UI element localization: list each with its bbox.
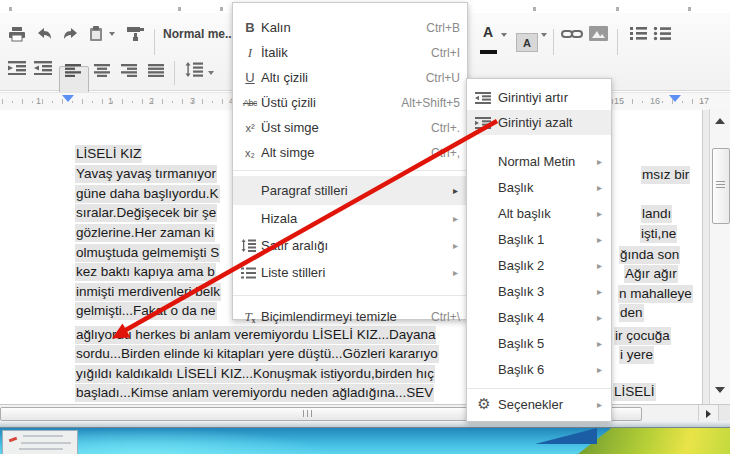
ruler-tick [62,99,63,104]
menubar-text-fragment [688,7,691,11]
redo-button[interactable] [60,23,80,45]
menu-item-align[interactable]: Hizala▸ [233,205,467,232]
submenu-arrow-icon: ▸ [453,267,458,278]
submenu-item-normal-text[interactable]: Normal Metin▸ [467,148,611,174]
ruler-tick [2,99,3,104]
line-spacing-button[interactable] [183,58,205,80]
background-window-content [9,437,18,443]
styles-dropdown[interactable]: Normal me... [163,27,235,41]
vertical-scrollbar[interactable] [709,109,730,405]
menu-separator [233,170,467,171]
print-button[interactable] [6,23,28,45]
scroll-right-arrow[interactable] [698,405,718,422]
justify-button[interactable] [147,59,165,81]
doc-line: gözlerine.Her zaman ki [75,225,215,240]
undo-button[interactable] [34,23,54,45]
list-styles-icon [241,267,259,279]
bulleted-list-button[interactable] [651,22,673,44]
numbered-list-button[interactable] [627,22,649,44]
ruler-tick [42,99,43,104]
thumb-grip [716,184,725,185]
submenu-arrow-icon: ▸ [597,208,602,219]
background-window-content [21,442,71,444]
menu-item-strikethrough[interactable]: Abc Üstü çiziliAlt+Shift+5 [233,90,467,115]
text-color-button[interactable]: A [478,21,498,43]
web-clipboard-button[interactable] [86,22,106,44]
menu-item-subscript[interactable]: x₂ Alt simgeCtrl+, [233,140,467,165]
thumb-grip [303,410,304,417]
increase-indent-button[interactable] [32,57,54,79]
decrease-indent-button[interactable] [6,57,28,79]
thumb-grip [716,181,725,182]
doc-line-fragment: işti,ne [640,226,677,241]
superscript-icon: x² [241,122,259,134]
doc-line: kez baktı kapıya ama b [75,264,216,279]
menu-item-list-styles[interactable]: Liste stilleri▸ [233,259,467,286]
horizontal-scrollbar[interactable] [0,404,730,422]
increase-indent-icon [475,92,493,104]
menu-item-clear-formatting[interactable]: Tx Biçimlendirmeyi temizleCtrl+\ [233,304,467,329]
submenu-item-heading-6[interactable]: Başlık 6▸ [467,356,611,382]
doc-line: Yavaş yavaş tırmanıyor [75,166,217,181]
right-indent-marker[interactable] [669,95,681,102]
paint-format-button[interactable] [124,22,146,44]
doc-line-fragment: i yere [619,347,654,362]
scroll-down-arrow[interactable] [715,387,725,393]
submenu-item-subtitle[interactable]: Alt başlık▸ [467,200,611,226]
submenu-item-heading-2[interactable]: Başlık 2▸ [467,252,611,278]
right-arrow-icon [706,410,711,418]
insert-image-button[interactable] [587,22,609,44]
submenu-arrow-icon: ▸ [597,286,602,297]
submenu-item-heading-5[interactable]: Başlık 5▸ [467,330,611,356]
submenu-item-increase-indent[interactable]: Girintiyi artır [467,85,611,110]
ruler-tick [192,101,193,103]
background-window[interactable] [2,430,78,454]
thumb-grip [307,410,308,417]
menubar-text-fragment [616,7,619,11]
clipboard-dropdown-caret[interactable] [109,32,115,36]
submenu-item-options[interactable]: ⚙ Seçenekler▸ [467,391,611,417]
submenu-item-heading-3[interactable]: Başlık 3▸ [467,278,611,304]
ruler-tick [12,101,13,103]
line-spacing-caret[interactable] [208,71,214,75]
doc-line-fragment: n mahalleye [618,286,693,301]
ruler-tick [632,99,633,104]
align-center-button[interactable] [93,59,111,81]
ruler-tick [692,99,693,104]
menu-item-bold[interactable]: B KalınCtrl+B [233,15,467,40]
align-right-button[interactable] [120,59,138,81]
text-color-caret[interactable] [501,33,507,37]
menubar-text-fragment [533,7,536,11]
vertical-scrollbar-thumb[interactable] [712,148,730,224]
submenu-item-decrease-indent[interactable]: Girintiyi azalt [467,110,611,135]
justify-icon [148,64,164,77]
menu-item-superscript[interactable]: x² Üst simgeCtrl+. [233,115,467,140]
ruler-tick [142,99,143,104]
submenu-arrow-icon: ▸ [597,364,602,375]
decrease-indent-icon [475,117,493,129]
doc-title: LİSELİ KIZ [75,146,142,161]
background-window-content [19,448,63,450]
menubar-text-fragment [178,7,181,11]
submenu-item-title[interactable]: Başlık▸ [467,174,611,200]
submenu-arrow-icon: ▸ [597,260,602,271]
menu-item-italic[interactable]: I İtalikCtrl+I [233,40,467,65]
menu-item-paragraph-styles[interactable]: Paragraf stilleri▸ [233,176,467,205]
submenu-arrow-icon: ▸ [453,185,458,196]
ruler-tick [52,101,53,103]
italic-icon: I [241,45,259,61]
menu-item-underline[interactable]: U Altı çiziliCtrl+U [233,65,467,90]
ruler-tick [72,101,73,103]
align-left-button[interactable] [64,59,82,81]
submenu-item-heading-4[interactable]: Başlık 4▸ [467,304,611,330]
submenu-item-heading-1[interactable]: Başlık 1▸ [467,226,611,252]
scroll-up-arrow[interactable] [715,118,725,124]
doc-line: olmuştuda gelmemişti S [75,245,220,260]
highlight-color-button[interactable]: A [516,33,538,52]
web-clipboard-icon [88,25,104,42]
highlight-color-caret[interactable] [541,33,547,37]
submenu-arrow-icon: ▸ [453,240,458,251]
menu-item-line-spacing[interactable]: Satır aralığı▸ [233,232,467,259]
insert-link-button[interactable] [560,23,584,45]
ruler-tick [612,99,613,104]
